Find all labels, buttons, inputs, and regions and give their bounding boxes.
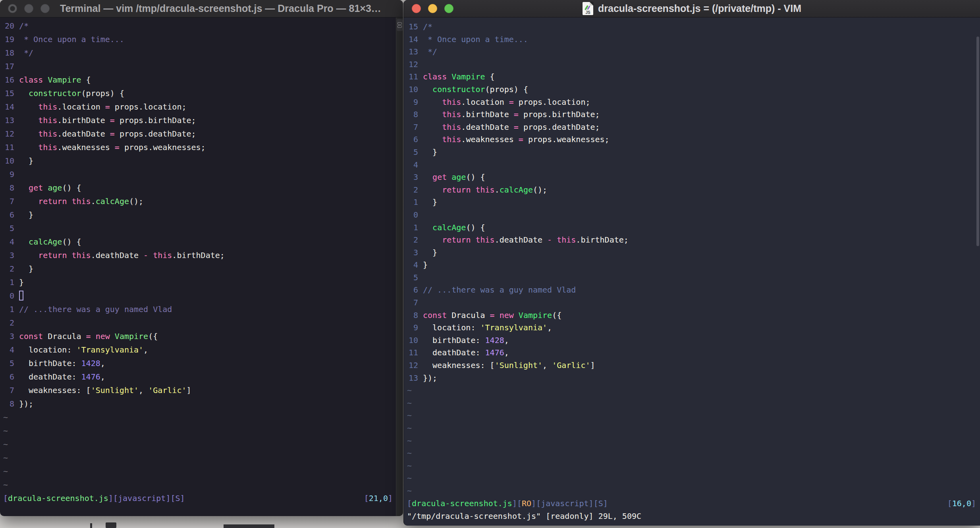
code-line: 1}	[3, 276, 395, 289]
text-segment: deathDate:	[19, 372, 81, 382]
code-line: 11 deathDate: 1476,	[407, 347, 974, 359]
text-segment: .	[495, 185, 500, 195]
text-segment: birthDate:	[19, 358, 81, 368]
empty-line-tilde: ~	[407, 472, 974, 485]
empty-line-tilde: ~	[407, 447, 974, 460]
document-proxy-icon[interactable]: JS	[583, 2, 593, 15]
line-number: 14	[407, 33, 418, 46]
zoom-button[interactable]	[41, 4, 50, 13]
text-segment: this	[442, 97, 461, 107]
text-segment	[43, 183, 48, 193]
text-segment: 'Transylvania'	[77, 345, 144, 355]
text-segment: =	[86, 331, 91, 341]
window-title: dracula-screenshot.js = (/private/tmp) -…	[598, 3, 801, 14]
code-line: 4 location: 'Transylvania',	[3, 343, 395, 356]
empty-line-tilde: ~	[407, 485, 974, 497]
text-segment	[447, 72, 451, 81]
text-segment	[552, 235, 557, 245]
text-segment: 1428	[81, 358, 100, 368]
text-segment: new	[500, 310, 514, 320]
code-line: 15/*	[407, 21, 974, 33]
code-line: 14 this.location = props.location;	[3, 100, 395, 114]
text-segment: }	[423, 147, 437, 157]
text-segment	[110, 331, 115, 341]
text-segment: props.birthDate;	[115, 116, 196, 125]
code-line: 11class Vampire {	[407, 71, 974, 83]
minimize-button[interactable]	[428, 4, 437, 13]
code-line: 4	[407, 159, 974, 172]
line-number: 6	[3, 208, 14, 222]
zoom-button[interactable]	[444, 4, 453, 13]
text-segment: .deathDate	[495, 235, 547, 245]
line-number: 11	[407, 71, 418, 83]
text-segment	[423, 135, 442, 144]
statusline-cursor-position: [16,0]	[947, 497, 976, 510]
cmdline-text: "/tmp/dracula-screenshot.js" [readonly] …	[407, 510, 641, 523]
text-segment: [	[947, 499, 952, 508]
text-segment: ,	[542, 360, 552, 370]
statusline-file-info: [dracula-screenshot.js][javascript][S]	[3, 491, 185, 505]
text-segment: ][	[512, 499, 522, 508]
text-segment: }	[19, 264, 33, 274]
text-segment: }	[19, 210, 33, 220]
text-segment: props.birthDate;	[519, 110, 600, 119]
terminal-titlebar[interactable]: Terminal — vim /tmp/dracula-screenshot.j…	[0, 0, 403, 17]
doc-art-icon	[587, 6, 590, 10]
code-line: 12	[407, 58, 974, 71]
text-segment: this	[38, 102, 57, 112]
close-button[interactable]	[412, 4, 421, 13]
text-segment: ,	[100, 358, 105, 368]
text-segment: 'Transylvania'	[480, 323, 548, 332]
split-pane-icon	[397, 25, 402, 28]
background-window-fragment	[106, 522, 116, 528]
line-number: 8	[407, 108, 418, 121]
text-segment: ,	[143, 345, 148, 355]
text-segment	[19, 89, 29, 98]
vim-buffer[interactable]: 20/*19 * Once upon a time...18 */1716cla…	[0, 19, 395, 491]
line-number: 0	[407, 209, 418, 222]
text-segment	[43, 75, 48, 85]
code-line: 6 deathDate: 1476,	[3, 370, 395, 383]
line-number: 9	[407, 322, 418, 334]
text-segment: age	[451, 172, 466, 182]
code-line: 6// ...there was a guy named Vlad	[407, 284, 974, 297]
code-line: 9 this.location = props.location;	[407, 96, 974, 109]
code-line: 3const Dracula = new Vampire({	[3, 330, 395, 343]
empty-line-tilde: ~	[3, 437, 395, 451]
text-segment: }	[423, 197, 437, 207]
code-line: 2 return this.calcAge();	[407, 184, 974, 197]
statusline-cursor-position: [21,0]	[364, 491, 393, 505]
text-segment	[447, 172, 451, 182]
minimize-button[interactable]	[24, 4, 33, 13]
text-segment: this	[38, 129, 57, 139]
text-segment: return	[38, 251, 67, 260]
code-line: 14 * Once upon a time...	[407, 33, 974, 46]
text-segment: Vampire	[519, 310, 552, 320]
line-number: 11	[407, 347, 418, 359]
text-segment: dracula-screenshot.js	[412, 499, 512, 508]
text-segment: // ...there was a guy named Vlad	[423, 285, 576, 295]
text-segment	[19, 102, 38, 112]
text-segment: =	[115, 143, 120, 152]
scrollbar-thumb[interactable]	[976, 37, 979, 246]
empty-line-tilde: ~	[407, 435, 974, 447]
code-line: 18 */	[3, 46, 395, 60]
macvim-titlebar[interactable]: JS dracula-screenshot.js = (/private/tmp…	[404, 0, 980, 17]
text-segment: constructor	[29, 89, 81, 98]
text-segment: ]	[971, 499, 976, 508]
text-segment	[19, 143, 38, 152]
text-segment: 21,0	[369, 493, 388, 503]
terminal-scrollbar-track[interactable]	[396, 17, 403, 516]
code-line: 9 location: 'Transylvania',	[407, 322, 974, 334]
text-segment: .birthDate	[461, 110, 513, 119]
text-segment: .location	[461, 97, 509, 107]
text-segment: Dracula	[447, 310, 490, 320]
code-line: 1 calcAge() {	[407, 222, 974, 234]
line-number: 12	[407, 359, 418, 372]
empty-line-tilde: ~	[3, 451, 395, 464]
split-pane-button[interactable]	[397, 19, 403, 31]
doc-art-icon	[585, 5, 588, 10]
vim-buffer[interactable]: 15/*14 * Once upon a time...13 */1211cla…	[404, 21, 974, 497]
close-button[interactable]	[8, 4, 17, 13]
text-segment: ]	[388, 493, 393, 503]
